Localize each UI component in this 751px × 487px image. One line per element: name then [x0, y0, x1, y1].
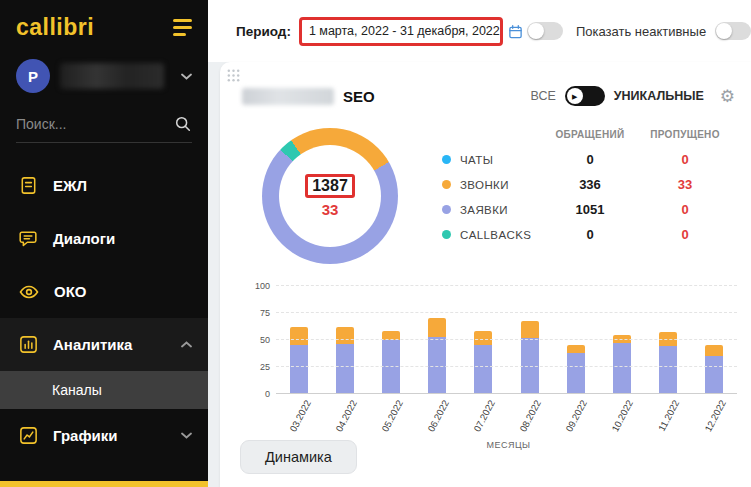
- stacked-bar[interactable]: [336, 327, 354, 394]
- x-tick-label: 09.2022: [567, 394, 585, 444]
- sidebar-item-graphs[interactable]: Графики: [0, 409, 208, 462]
- x-tick-label: 08.2022: [521, 394, 539, 444]
- y-tick-label: 0: [244, 389, 270, 399]
- username-redacted: [60, 63, 164, 89]
- legend-col-missed: ПРОПУЩЕНО: [633, 122, 737, 147]
- topbar: Период: 1 марта, 2022 - 31 декабря, 2022…: [208, 0, 751, 62]
- bars-row: [276, 286, 737, 394]
- period-label: Период:: [236, 24, 291, 39]
- x-labels: 03.202204.202205.202206.202207.202208.20…: [276, 394, 737, 444]
- x-tick-label: 04.2022: [336, 394, 354, 444]
- content-area: SEO ВСЕ ▶ УНИКАЛЬНЫЕ ⚙ 1387: [208, 62, 751, 487]
- sidebar-subitem-channels[interactable]: Каналы: [0, 371, 208, 409]
- x-tick-label: 10.2022: [613, 394, 631, 444]
- dynamics-tab[interactable]: Динамика: [240, 440, 357, 474]
- legend-appeals-value: 0: [547, 147, 633, 172]
- sidebar-item-analytics[interactable]: Аналитика: [0, 318, 208, 371]
- legend-appeals-value: 336: [547, 172, 633, 197]
- donut-total annotation-box-total: 1387: [305, 174, 355, 198]
- drag-handle-icon[interactable]: [226, 68, 241, 83]
- sidebar-item-dialogi[interactable]: Диалоги: [0, 212, 208, 265]
- play-icon: ▶: [567, 88, 583, 104]
- y-tick-label: 100: [244, 281, 270, 291]
- eye-icon: [18, 281, 40, 303]
- sidebar-item-label: Диалоги: [53, 230, 115, 247]
- stacked-bar[interactable]: [705, 345, 723, 394]
- avatar: P: [16, 59, 50, 93]
- legend-appeals-value: 1051: [547, 197, 633, 222]
- sidebar-item-oko[interactable]: ОКО: [0, 265, 208, 318]
- search-input[interactable]: [16, 116, 156, 132]
- y-tick-label: 75: [244, 308, 270, 318]
- bar-chart: 0255075100 03.202204.202205.202206.20220…: [244, 286, 741, 450]
- stacked-bar[interactable]: [474, 331, 492, 394]
- date-range-value: 1 марта, 2022 - 31 декабря, 2022: [309, 24, 500, 38]
- sidebar-item-label: ОКО: [54, 283, 87, 300]
- toggle-show-inactive[interactable]: [715, 22, 751, 40]
- date-range-input[interactable]: 1 марта, 2022 - 31 декабря, 2022: [302, 20, 500, 43]
- stacked-bar[interactable]: [659, 332, 677, 394]
- legend-row-label: ЗАЯВКИ: [442, 197, 547, 222]
- annotation-box-date: 1 марта, 2022 - 31 декабря, 2022: [299, 17, 503, 46]
- legend-row-label: ЧАТЫ: [442, 147, 547, 172]
- x-tick-label: 07.2022: [474, 394, 492, 444]
- calendar-icon: [508, 24, 523, 39]
- sidebar-item-label: Каналы: [52, 382, 102, 398]
- chevron-up-icon: [181, 341, 192, 348]
- stacked-bar[interactable]: [290, 327, 308, 394]
- donut-missed: 33: [322, 201, 339, 218]
- card-title: SEO: [343, 88, 375, 105]
- stacked-bar[interactable]: [428, 318, 446, 394]
- unique-toggle[interactable]: ▶: [565, 86, 605, 106]
- channel-card: SEO ВСЕ ▶ УНИКАЛЬНЫЕ ⚙ 1387: [220, 62, 751, 487]
- show-inactive-label: Показать неактивные: [576, 24, 706, 39]
- leads-dot: [442, 205, 451, 214]
- app-window: callibri P ЕЖЛ: [0, 0, 751, 487]
- stats-row: 1387 33 ОБРАЩЕНИЙ ПРОПУЩЕНО ЧАТЫ 0 0 ЗВО…: [242, 122, 737, 264]
- legend-col-appeals: ОБРАЩЕНИЙ: [547, 122, 633, 147]
- legend-missed-value: 0: [633, 197, 737, 222]
- x-tick-label: 05.2022: [382, 394, 400, 444]
- sidebar-menu: ЕЖЛ Диалоги ОКО Аналитика: [0, 159, 208, 462]
- sidebar-bottom-strip: [0, 481, 208, 487]
- stacked-bar[interactable]: [567, 345, 585, 394]
- stacked-bar[interactable]: [382, 331, 400, 394]
- hamburger-menu-icon[interactable]: [173, 15, 192, 40]
- x-tick-label: 11.2022: [659, 394, 677, 444]
- analytics-icon: [18, 334, 39, 355]
- bar-plot-grid: 0255075100: [276, 286, 737, 394]
- chevron-down-icon: [181, 73, 192, 80]
- toggle-label-all: ВСЕ: [530, 89, 555, 103]
- calls-dot: [442, 180, 451, 189]
- card-header: SEO ВСЕ ▶ УНИКАЛЬНЫЕ ⚙: [220, 62, 751, 106]
- sidebar-search: [16, 115, 192, 143]
- sidebar-item-label: ЕЖЛ: [53, 177, 87, 194]
- legend-appeals-value: 0: [547, 222, 633, 247]
- legend-missed-value: 33: [633, 172, 737, 197]
- gear-icon[interactable]: ⚙: [720, 86, 735, 106]
- sidebar-item-ezhl[interactable]: ЕЖЛ: [0, 159, 208, 212]
- stacked-bar[interactable]: [613, 335, 631, 394]
- legend-row-label: CALLBACKS: [442, 222, 547, 247]
- chevron-down-icon: [181, 432, 192, 439]
- toggle-off-1[interactable]: [527, 22, 563, 40]
- legend-table: ОБРАЩЕНИЙ ПРОПУЩЕНО ЧАТЫ 0 0 ЗВОНКИ 336 …: [442, 122, 737, 247]
- x-tick-label: 06.2022: [428, 394, 446, 444]
- sidebar-item-label: Аналитика: [53, 336, 132, 353]
- search-icon[interactable]: [174, 115, 192, 133]
- x-tick-label: 12.2022: [705, 394, 723, 444]
- donut-chart: 1387 33: [262, 128, 398, 264]
- sidebar: callibri P ЕЖЛ: [0, 0, 208, 487]
- legend-row-label: ЗВОНКИ: [442, 172, 547, 197]
- main-area: Период: 1 марта, 2022 - 31 декабря, 2022…: [208, 0, 751, 487]
- chat-icon: [18, 228, 39, 249]
- sidebar-item-label: Графики: [53, 427, 118, 444]
- legend-missed-value: 0: [633, 222, 737, 247]
- callbacks-dot: [442, 230, 451, 239]
- graphs-icon: [18, 425, 39, 446]
- stacked-bar[interactable]: [521, 321, 539, 394]
- y-tick-label: 50: [244, 335, 270, 345]
- user-account-row[interactable]: P: [0, 47, 208, 105]
- y-tick-label: 25: [244, 362, 270, 372]
- x-tick-label: 03.2022: [290, 394, 308, 444]
